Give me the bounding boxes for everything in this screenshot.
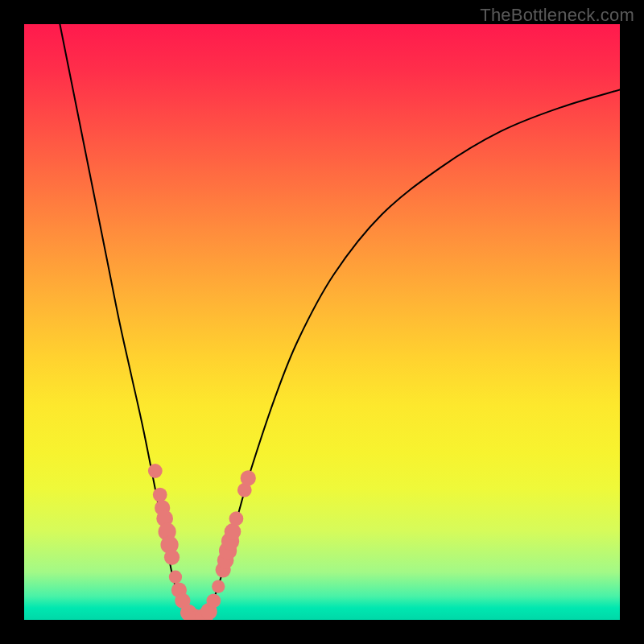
curve-marker: [148, 464, 163, 478]
curve-marker: [229, 511, 244, 526]
curve-marker: [225, 523, 242, 540]
curve-marker: [164, 550, 180, 565]
curve-marker: [212, 580, 225, 592]
plot-gradient-area: [24, 24, 620, 620]
curve-marker: [241, 470, 256, 485]
curve-right-branch: [197, 89, 620, 620]
curve-marker: [169, 571, 182, 584]
marker-group: [148, 464, 256, 620]
chart-svg: [24, 24, 620, 620]
curve-marker: [206, 593, 221, 608]
curve-marker: [153, 488, 167, 502]
watermark-text: TheBottleneck.com: [480, 5, 634, 26]
chart-frame: TheBottleneck.com: [0, 0, 644, 644]
curve-left-branch: [60, 24, 196, 620]
